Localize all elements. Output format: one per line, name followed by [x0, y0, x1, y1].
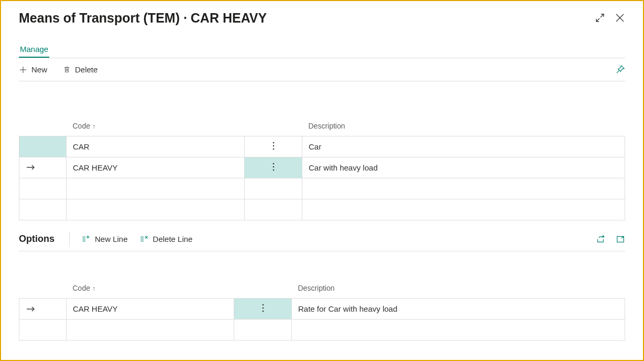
grid-header-desc[interactable]: Description: [302, 115, 625, 136]
svg-point-7: [262, 304, 264, 306]
cell-description[interactable]: [292, 320, 625, 341]
cell-code[interactable]: [67, 178, 245, 199]
tab-manage[interactable]: Manage: [19, 45, 49, 58]
vertical-dots-icon: [262, 304, 264, 312]
cell-code[interactable]: CAR: [67, 136, 245, 157]
sort-asc-icon: ↑: [92, 123, 95, 130]
row-indicator[interactable]: [19, 136, 67, 157]
main-grid-wrap: Code↑ Description CARCarCAR HEAVYCar wit…: [19, 115, 625, 220]
new-line-label: New Line: [95, 235, 128, 243]
row-indicator[interactable]: [19, 178, 67, 199]
cell-code[interactable]: [67, 320, 234, 341]
delete-button[interactable]: Delete: [63, 65, 97, 74]
header-code-label: Code: [73, 122, 90, 130]
window-frame: Means of Transport (TEM) · CAR HEAVY Man…: [0, 0, 644, 361]
grid-header-menu: [234, 278, 292, 299]
row-indicator[interactable]: [19, 320, 67, 341]
cell-description[interactable]: Car with heavy load: [302, 157, 625, 178]
divider: [19, 81, 625, 81]
options-bar: Options New Line: [19, 232, 625, 251]
svg-point-0: [272, 142, 274, 143]
toolbar: New Delete: [19, 58, 625, 81]
header-desc-label: Description: [298, 284, 335, 292]
grid-header-row: Code↑ Description: [19, 115, 625, 136]
svg-point-3: [272, 163, 274, 164]
cell-description[interactable]: [302, 178, 625, 199]
divider-vertical: [69, 232, 70, 247]
arrow-right-icon: [26, 306, 60, 312]
table-row[interactable]: CAR HEAVYCar with heavy load: [19, 157, 625, 178]
table-row[interactable]: [19, 199, 625, 220]
grid-header-menu: [245, 115, 302, 136]
row-menu[interactable]: [245, 157, 302, 178]
row-menu[interactable]: [234, 320, 292, 341]
cell-description[interactable]: [302, 199, 625, 220]
arrow-right-icon: [26, 164, 60, 171]
grid-header-desc[interactable]: Description: [292, 278, 625, 299]
pin-icon[interactable]: [615, 65, 625, 75]
cell-description[interactable]: Rate for Car with heavy load: [292, 299, 625, 320]
vertical-dots-icon: [272, 142, 275, 150]
page-content: Means of Transport (TEM) · CAR HEAVY Man…: [1, 1, 643, 341]
close-icon[interactable]: [615, 13, 625, 23]
title-controls: [595, 13, 625, 23]
expand-icon[interactable]: [595, 13, 605, 23]
grid-header-indicator: [19, 115, 67, 136]
vertical-dots-icon: [272, 163, 275, 171]
svg-point-9: [262, 311, 264, 312]
delete-line-label: Delete Line: [153, 235, 193, 243]
toolbar-left: New Delete: [19, 65, 97, 74]
svg-point-2: [272, 148, 274, 150]
header-code-label: Code: [73, 284, 90, 292]
popout-icon[interactable]: [616, 235, 625, 244]
options-right: [596, 235, 625, 244]
table-row[interactable]: CARCar: [19, 136, 625, 157]
share-icon[interactable]: [596, 235, 605, 244]
sort-asc-icon: ↑: [92, 285, 95, 292]
header-desc-label: Description: [309, 122, 345, 130]
new-button-label: New: [31, 65, 47, 74]
row-indicator[interactable]: [19, 299, 67, 320]
row-menu[interactable]: [245, 136, 302, 157]
cell-description[interactable]: Car: [302, 136, 625, 157]
title-bar: Means of Transport (TEM) · CAR HEAVY: [19, 10, 625, 26]
row-menu[interactable]: [245, 199, 302, 220]
grid-header-code[interactable]: Code↑: [67, 278, 234, 299]
svg-point-8: [262, 307, 264, 309]
trash-icon: [63, 66, 71, 73]
sub-grid: Code↑ Description CAR HEAVYRate for Car …: [19, 278, 625, 341]
grid-header-row: Code↑ Description: [19, 278, 625, 299]
row-menu[interactable]: [245, 178, 302, 199]
delete-button-label: Delete: [75, 65, 97, 74]
grid-header-code[interactable]: Code↑: [67, 115, 245, 136]
svg-point-1: [272, 145, 274, 146]
new-line-icon: [81, 235, 91, 243]
table-row[interactable]: [19, 178, 625, 199]
row-indicator[interactable]: [19, 199, 67, 220]
cell-code[interactable]: [67, 199, 245, 220]
row-indicator[interactable]: [19, 157, 67, 178]
new-line-button[interactable]: New Line: [81, 235, 128, 243]
options-left: Options New Line: [19, 232, 192, 247]
main-grid: Code↑ Description CARCarCAR HEAVYCar wit…: [19, 115, 625, 220]
cell-code[interactable]: CAR HEAVY: [67, 299, 234, 320]
svg-point-4: [272, 166, 274, 167]
grid-header-indicator: [19, 278, 67, 299]
delete-line-button[interactable]: Delete Line: [139, 235, 193, 243]
plus-icon: [19, 66, 27, 74]
table-row[interactable]: [19, 320, 625, 341]
nav-tabs: Manage: [19, 45, 625, 58]
page-title: Means of Transport (TEM) · CAR HEAVY: [19, 10, 267, 26]
cell-code[interactable]: CAR HEAVY: [67, 157, 245, 178]
row-menu[interactable]: [234, 299, 292, 320]
new-button[interactable]: New: [19, 65, 47, 74]
delete-line-icon: [139, 235, 149, 243]
options-label: Options: [19, 233, 58, 245]
table-row[interactable]: CAR HEAVYRate for Car with heavy load: [19, 299, 625, 320]
sub-grid-wrap: Code↑ Description CAR HEAVYRate for Car …: [19, 278, 625, 341]
svg-point-5: [272, 169, 274, 171]
